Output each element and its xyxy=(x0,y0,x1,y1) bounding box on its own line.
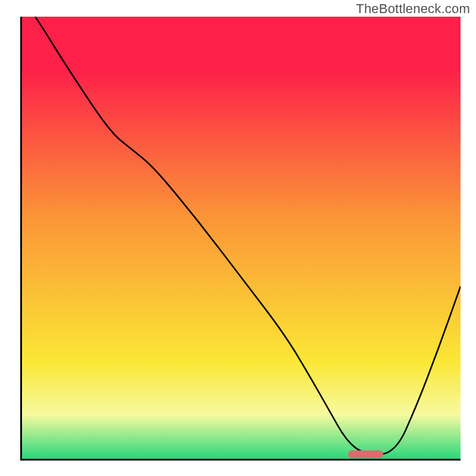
watermark-text: TheBottleneck.com xyxy=(356,1,470,17)
optimum-marker xyxy=(348,450,383,458)
chart-container: TheBottleneck.com xyxy=(0,0,476,476)
plot-area xyxy=(20,17,461,461)
bottleneck-curve xyxy=(22,17,461,459)
